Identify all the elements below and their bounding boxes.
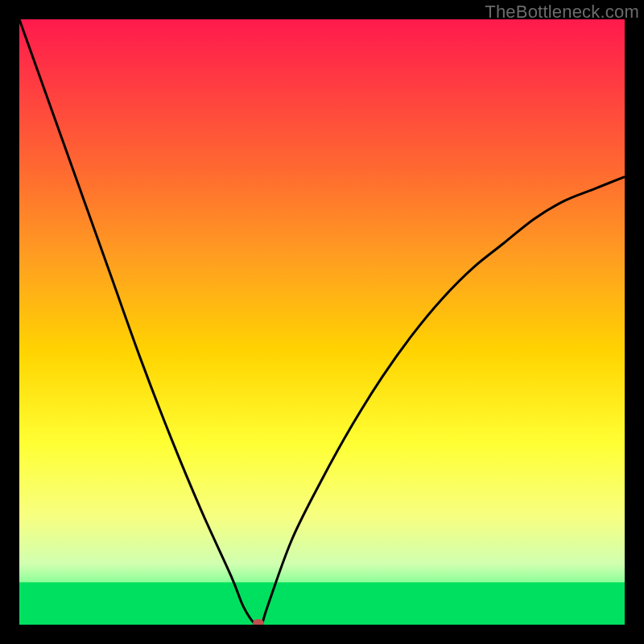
plot-area [19, 19, 625, 625]
chart-svg [19, 19, 625, 625]
green-band [19, 582, 625, 625]
chart-frame [19, 19, 625, 625]
background-gradient [19, 19, 625, 625]
watermark-text: TheBottleneck.com [485, 2, 639, 23]
